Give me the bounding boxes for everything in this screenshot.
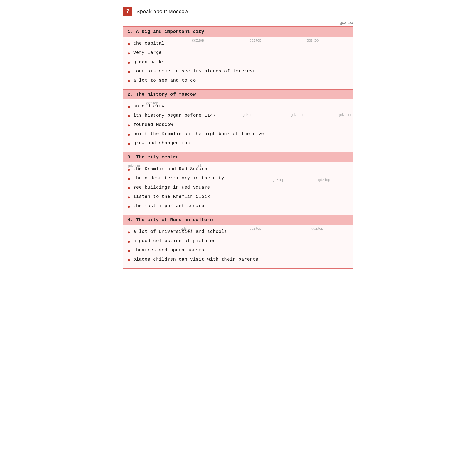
section-1: 1. A big and important citygdz.topgdz.to… bbox=[123, 27, 353, 90]
section-2: 2. The history of Moscowgdz.topgdz.topgd… bbox=[123, 90, 353, 152]
section-3: 3. The city centregdz.topgdz.topgdz.topg… bbox=[123, 152, 353, 215]
list-item: ●a good collection of pictures bbox=[127, 238, 349, 246]
section-4-list: ●a lot of universities and schools●a goo… bbox=[127, 228, 349, 264]
bullet-dot-icon: ● bbox=[127, 194, 131, 201]
list-item: ●very large bbox=[127, 49, 349, 57]
section-2-list: ●an old city●its history began before 11… bbox=[127, 103, 349, 148]
section-num: 4. bbox=[127, 217, 133, 222]
list-item: ●places children can visit with their pa… bbox=[127, 256, 349, 264]
list-item-text: a good collection of pictures bbox=[133, 238, 216, 244]
list-item-text: the Kremlin and Red Square bbox=[133, 166, 207, 173]
list-item: ●a lot to see and to do bbox=[127, 77, 349, 85]
bullet-dot-icon: ● bbox=[127, 78, 131, 85]
list-item-text: a lot of universities and schools bbox=[133, 228, 227, 235]
bullet-dot-icon: ● bbox=[127, 103, 131, 111]
list-item: ●listen to the Kremlin Clock bbox=[127, 193, 349, 201]
list-item: ●green parks bbox=[127, 59, 349, 66]
list-item-text: the oldest territory in the city bbox=[133, 175, 224, 182]
section-2-body: gdz.topgdz.topgdz.topgdz.top●an old city… bbox=[123, 99, 353, 152]
list-item: ●a lot of universities and schools bbox=[127, 228, 349, 236]
list-item: ●grew and changed fast bbox=[127, 140, 349, 148]
bullet-dot-icon: ● bbox=[127, 203, 131, 211]
list-item: ●see buildings in Red Square bbox=[127, 184, 349, 192]
section-num: 2. bbox=[127, 92, 133, 97]
list-item-text: see buildings in Red Square bbox=[133, 184, 210, 191]
sections-container: 1. A big and important citygdz.topgdz.to… bbox=[123, 27, 353, 269]
bullet-dot-icon: ● bbox=[127, 166, 131, 173]
list-item-text: built the Kremlin on the high bank of th… bbox=[133, 131, 267, 137]
list-item: ●the oldest territory in the city bbox=[127, 175, 349, 183]
section-4: 4. The city of Russian culturegdz.topgdz… bbox=[123, 215, 353, 268]
task-instruction: Speak about Moscow. bbox=[137, 9, 190, 14]
list-item-text: places children can visit with their par… bbox=[133, 256, 258, 263]
list-item: ●an old city bbox=[127, 103, 349, 111]
bullet-dot-icon: ● bbox=[127, 229, 131, 236]
section-1-list: ●the capital●very large●green parks●tour… bbox=[127, 40, 349, 85]
bullet-dot-icon: ● bbox=[127, 68, 131, 76]
bullet-dot-icon: ● bbox=[127, 50, 131, 57]
bullet-dot-icon: ● bbox=[127, 238, 131, 246]
section-num: 1. bbox=[127, 29, 133, 34]
section-2-header: 2. The history of Moscow bbox=[123, 90, 353, 99]
list-item: ●founded Moscow bbox=[127, 121, 349, 129]
section-4-header: 4. The city of Russian culture bbox=[123, 215, 353, 225]
bullet-dot-icon: ● bbox=[127, 113, 131, 120]
list-item-text: the capital bbox=[133, 40, 165, 47]
section-num: 3. bbox=[127, 155, 133, 160]
list-item-text: its history began before 1147 bbox=[133, 112, 216, 119]
list-item-text: a lot to see and to do bbox=[133, 77, 196, 84]
task-header: 7 Speak about Moscow. bbox=[123, 7, 353, 16]
bullet-dot-icon: ● bbox=[127, 59, 131, 66]
list-item-text: listen to the Kremlin Clock bbox=[133, 193, 210, 200]
section-1-body: gdz.topgdz.topgdz.top●the capital●very l… bbox=[123, 37, 353, 89]
list-item-text: theatres and opera houses bbox=[133, 247, 204, 254]
list-item-text: an old city bbox=[133, 103, 165, 110]
bullet-dot-icon: ● bbox=[127, 131, 131, 139]
list-item: ●the capital bbox=[127, 40, 349, 48]
list-item: ●its history began before 1147 bbox=[127, 112, 349, 120]
list-item: ●the most important square bbox=[127, 203, 349, 211]
list-item: ●theatres and opera houses bbox=[127, 247, 349, 255]
bullet-dot-icon: ● bbox=[127, 140, 131, 148]
bullet-dot-icon: ● bbox=[127, 175, 131, 183]
list-item: ●tourists come to see its places of inte… bbox=[127, 68, 349, 76]
bullet-dot-icon: ● bbox=[127, 41, 131, 48]
watermark-top-right: gdz.top bbox=[123, 20, 353, 25]
list-item: ●built the Kremlin on the high bank of t… bbox=[127, 131, 349, 139]
list-item-text: green parks bbox=[133, 59, 165, 66]
bullet-dot-icon: ● bbox=[127, 257, 131, 264]
bullet-dot-icon: ● bbox=[127, 185, 131, 192]
task-number: 7 bbox=[123, 7, 132, 16]
section-1-header: 1. A big and important city bbox=[123, 27, 353, 37]
section-3-body: gdz.topgdz.topgdz.topgdz.top●the Kremlin… bbox=[123, 162, 353, 215]
bullet-dot-icon: ● bbox=[127, 247, 131, 255]
list-item-text: very large bbox=[133, 49, 162, 56]
list-item-text: tourists come to see its places of inter… bbox=[133, 68, 256, 75]
bullet-dot-icon: ● bbox=[127, 122, 131, 129]
section-3-header: 3. The city centre bbox=[123, 152, 353, 162]
list-item: ●the Kremlin and Red Square bbox=[127, 166, 349, 173]
section-3-list: ●the Kremlin and Red Square●the oldest t… bbox=[127, 166, 349, 211]
list-item-text: founded Moscow bbox=[133, 121, 173, 128]
list-item-text: grew and changed fast bbox=[133, 140, 193, 147]
section-4-body: gdz.topgdz.topgdz.top●a lot of universit… bbox=[123, 225, 353, 268]
list-item-text: the most important square bbox=[133, 203, 204, 209]
